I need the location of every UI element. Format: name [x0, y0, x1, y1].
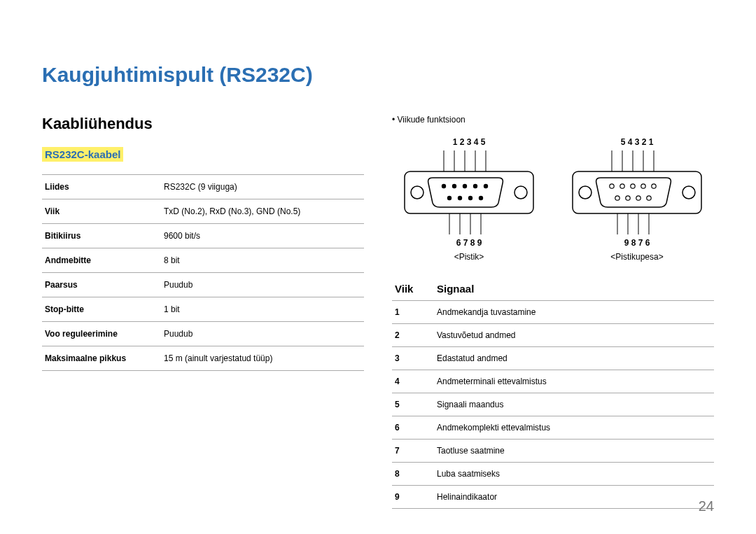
signal-name: Taotluse saatmine: [434, 440, 714, 463]
table-row: 8Luba saatmiseks: [392, 463, 714, 486]
pin-numbers-top: 1 2 3 4 5: [399, 137, 539, 147]
svg-point-40: [636, 196, 640, 200]
spec-value: 8 bit: [161, 248, 364, 273]
spec-value: RS232C (9 viiguga): [161, 175, 364, 199]
table-row: 2Vastuvõetud andmed: [392, 324, 714, 347]
signal-name: Signaali maandus: [434, 393, 714, 416]
svg-point-36: [641, 184, 645, 188]
signal-name: Luba saatmiseks: [434, 463, 714, 486]
svg-point-14: [463, 184, 467, 188]
signal-pin: 3: [392, 347, 434, 370]
svg-point-31: [579, 186, 592, 199]
pin-function-bullet: Viikude funktsioon: [392, 115, 714, 125]
svg-point-19: [468, 196, 472, 200]
table-row: ViikTxD (No.2), RxD (No.3), GND (No.5): [42, 199, 364, 224]
socket-label: <Pistikupesa>: [567, 252, 707, 262]
spec-value: TxD (No.2), RxD (No.3), GND (No.5): [161, 199, 364, 224]
svg-point-41: [647, 196, 651, 200]
svg-point-11: [514, 186, 527, 199]
spec-value: 15 m (ainult varjestatud tüüp): [161, 346, 364, 371]
connector-diagrams: 1 2 3 4 5 6 7 8: [392, 137, 714, 262]
svg-point-18: [458, 196, 462, 200]
svg-point-20: [479, 196, 483, 200]
table-row: 9Helinaindikaator: [392, 486, 714, 509]
svg-point-39: [626, 196, 630, 200]
svg-point-35: [631, 184, 635, 188]
signal-name: Vastuvõetud andmed: [434, 324, 714, 347]
signal-name: Andmekandja tuvastamine: [434, 301, 714, 324]
spec-label: Liides: [42, 175, 161, 199]
plug-label: <Pistik>: [399, 252, 539, 262]
signal-pin: 2: [392, 324, 434, 347]
left-column: Kaabliühendus RS232C-kaabel LiidesRS232C…: [42, 115, 364, 509]
signal-pin: 8: [392, 463, 434, 486]
spec-table: LiidesRS232C (9 viiguga)ViikTxD (No.2), …: [42, 174, 364, 371]
spec-label: Andmebitte: [42, 248, 161, 273]
pin-numbers-bottom: 9 8 7 6: [567, 238, 707, 248]
section-heading: Kaabliühendus: [42, 115, 364, 133]
table-row: Voo reguleeriminePuudub: [42, 322, 364, 346]
pin-numbers-top: 5 4 3 2 1: [567, 137, 707, 147]
signal-table: Viik Signaal 1Andmekandja tuvastamine2Va…: [392, 277, 714, 509]
signal-pin: 6: [392, 416, 434, 440]
svg-point-17: [447, 196, 451, 200]
spec-label: Viik: [42, 199, 161, 224]
table-row: 4Andmeterminali ettevalmistus: [392, 370, 714, 393]
spec-value: Puudub: [161, 273, 364, 297]
spec-value: Puudub: [161, 322, 364, 346]
signal-head-pin: Viik: [392, 277, 434, 301]
table-row: PaarsusPuudub: [42, 273, 364, 297]
signal-head-signal: Signaal: [434, 277, 714, 301]
pin-numbers-bottom: 6 7 8 9: [399, 238, 539, 248]
table-row: LiidesRS232C (9 viiguga): [42, 175, 364, 199]
page-number: 24: [699, 498, 714, 514]
svg-point-37: [652, 184, 656, 188]
signal-pin: 7: [392, 440, 434, 463]
svg-point-33: [610, 184, 614, 188]
spec-value: 9600 bit/s: [161, 224, 364, 248]
table-row: 6Andmekomplekti ettevalmistus: [392, 416, 714, 440]
spec-label: Voo reguleerimine: [42, 322, 161, 346]
table-row: 5Signaali maandus: [392, 393, 714, 416]
signal-pin: 9: [392, 486, 434, 509]
spec-label: Maksimaalne pikkus: [42, 346, 161, 371]
spec-value: 1 bit: [161, 297, 364, 322]
signal-pin: 4: [392, 370, 434, 393]
signal-name: Edastatud andmed: [434, 347, 714, 370]
spec-label: Stop-bitte: [42, 297, 161, 322]
table-row: 3Edastatud andmed: [392, 347, 714, 370]
svg-point-34: [620, 184, 624, 188]
table-row: Bitikiirus9600 bit/s: [42, 224, 364, 248]
connector-plug: 1 2 3 4 5 6 7 8: [399, 137, 539, 262]
plug-icon: [399, 147, 539, 238]
spec-label: Bitikiirus: [42, 224, 161, 248]
page-title: Kaugjuhtimispult (RS232C): [42, 63, 714, 87]
connector-socket: 5 4 3 2 1 9 8 7 6 <Pistikupesa>: [567, 137, 707, 262]
svg-point-12: [442, 184, 446, 188]
table-row: 1Andmekandja tuvastamine: [392, 301, 714, 324]
table-row: Maksimaalne pikkus15 m (ainult varjestat…: [42, 346, 364, 371]
signal-pin: 5: [392, 393, 434, 416]
table-row: Andmebitte8 bit: [42, 248, 364, 273]
signal-name: Helinaindikaator: [434, 486, 714, 509]
svg-point-10: [411, 186, 424, 199]
svg-point-32: [682, 186, 695, 199]
svg-point-15: [473, 184, 477, 188]
svg-point-13: [452, 184, 456, 188]
svg-point-38: [615, 196, 620, 200]
svg-point-16: [484, 184, 488, 188]
content-columns: Kaabliühendus RS232C-kaabel LiidesRS232C…: [42, 115, 714, 509]
table-row: 7Taotluse saatmine: [392, 440, 714, 463]
signal-name: Andmekomplekti ettevalmistus: [434, 416, 714, 440]
spec-label: Paarsus: [42, 273, 161, 297]
right-column: Viikude funktsioon 1 2 3 4 5: [392, 115, 714, 509]
cable-heading-highlight: RS232C-kaabel: [42, 147, 123, 162]
signal-name: Andmeterminali ettevalmistus: [434, 370, 714, 393]
socket-icon: [567, 147, 707, 238]
signal-pin: 1: [392, 301, 434, 324]
table-row: Stop-bitte1 bit: [42, 297, 364, 322]
